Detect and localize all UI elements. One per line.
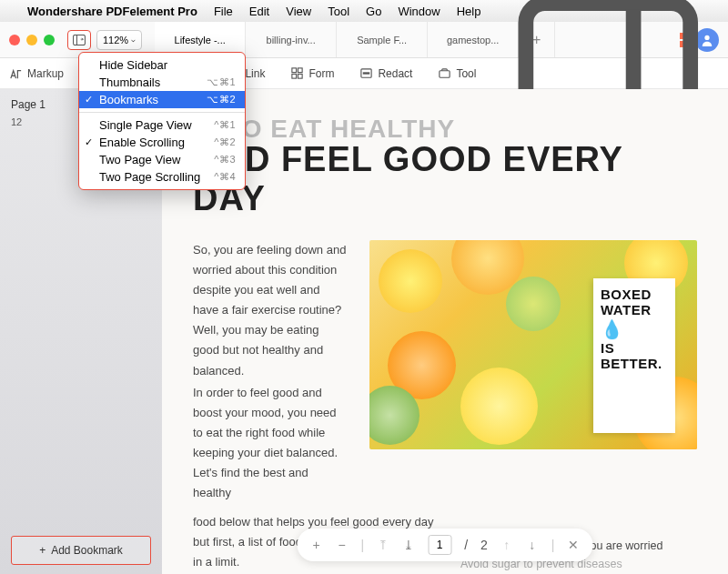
- prev-page-button[interactable]: ↑: [500, 539, 513, 551]
- form-icon: [290, 66, 304, 80]
- traffic-lights: [9, 35, 55, 45]
- close-window-button[interactable]: [9, 35, 20, 45]
- menu-two-page[interactable]: Two Page View ^⌘3: [79, 151, 245, 168]
- menu-thumbnails[interactable]: Thumbnails ⌥⌘1: [79, 74, 245, 91]
- tab-billing[interactable]: billing-inv...: [246, 22, 337, 57]
- menu-view[interactable]: View: [286, 5, 311, 18]
- close-pager-button[interactable]: ✕: [567, 539, 580, 551]
- intro-paragraph-1: So, you are feeling down and worried abo…: [193, 240, 348, 381]
- intro-paragraph-2: In order to feel good and boost your moo…: [193, 383, 348, 504]
- toolbox-icon: [438, 66, 451, 80]
- last-page-button[interactable]: ⤓: [402, 539, 415, 551]
- svg-rect-9: [292, 68, 297, 73]
- svg-rect-10: [298, 68, 303, 73]
- menu-file[interactable]: File: [214, 5, 233, 18]
- menu-separator: [79, 112, 245, 113]
- menu-tool[interactable]: Tool: [328, 5, 349, 18]
- menu-help[interactable]: Help: [457, 5, 481, 18]
- menu-single-page[interactable]: Single Page View ^⌘1: [79, 116, 245, 134]
- chevron-down-icon: ⌵: [131, 35, 136, 44]
- markup-icon: [9, 66, 23, 80]
- sidebar-view-menu: Hide Sidebar Thumbnails ⌥⌘1 ✓ Bookmarks …: [78, 52, 246, 190]
- page-total: 2: [480, 538, 488, 552]
- menu-two-page-scrolling[interactable]: Two Page Scrolling ^⌘4: [79, 168, 245, 186]
- page-separator: /: [464, 538, 468, 552]
- menu-window[interactable]: Window: [398, 5, 440, 18]
- svg-rect-0: [74, 35, 86, 45]
- menu-hide-sidebar[interactable]: Hide Sidebar: [79, 56, 245, 74]
- document-viewport[interactable]: W TO EAT HEALTHY AND FEEL GOOD EVERY DAY…: [162, 89, 728, 574]
- heading-line-2: AND FEEL GOOD EVERY DAY: [193, 140, 697, 218]
- menu-edit[interactable]: Edit: [249, 5, 269, 18]
- redact-icon: [359, 66, 373, 80]
- carton-graphic: BOXED WATER 💧 IS BETTER.: [593, 278, 675, 433]
- zoom-select[interactable]: 112% ⌵: [96, 30, 142, 50]
- menu-go[interactable]: Go: [366, 5, 381, 18]
- zoom-out-button[interactable]: −: [336, 539, 349, 551]
- first-page-button[interactable]: ⤒: [377, 539, 389, 551]
- minimize-window-button[interactable]: [26, 35, 37, 45]
- hero-image: BOXED WATER 💧 IS BETTER.: [369, 240, 697, 449]
- menu-bookmarks[interactable]: ✓ Bookmarks ⌥⌘2: [79, 91, 245, 108]
- add-bookmark-button[interactable]: + Add Bookmark: [11, 536, 151, 565]
- check-icon: ✓: [85, 94, 93, 106]
- tool-redact[interactable]: Redact: [359, 66, 412, 80]
- zoom-in-button[interactable]: +: [310, 539, 323, 551]
- svg-rect-11: [292, 74, 297, 78]
- add-bookmark-label: Add Bookmark: [51, 544, 123, 557]
- tool-form[interactable]: Form: [290, 66, 334, 80]
- svg-rect-15: [440, 71, 450, 78]
- tool-tool[interactable]: Tool: [438, 66, 476, 80]
- page-navigator: + − | ⤒ ⤓ / 2 ↑ ↓ | ✕: [298, 529, 593, 561]
- tool-markup[interactable]: Markup: [9, 66, 64, 80]
- next-page-button[interactable]: ↓: [526, 539, 539, 551]
- plus-icon: +: [39, 544, 46, 557]
- maximize-window-button[interactable]: [44, 35, 55, 45]
- app-name[interactable]: Wondershare PDFelement Pro: [27, 5, 197, 18]
- tab-sample[interactable]: Sample F...: [337, 22, 428, 57]
- zoom-value: 112%: [103, 35, 128, 45]
- check-icon: ✓: [85, 136, 93, 148]
- menu-enable-scrolling[interactable]: ✓ Enable Scrolling ^⌘2: [79, 134, 245, 151]
- svg-rect-12: [298, 74, 303, 78]
- sidebar-toggle-button[interactable]: [67, 30, 91, 50]
- tab-gamestop[interactable]: gamestop...: [428, 22, 519, 57]
- page-input[interactable]: [428, 535, 451, 555]
